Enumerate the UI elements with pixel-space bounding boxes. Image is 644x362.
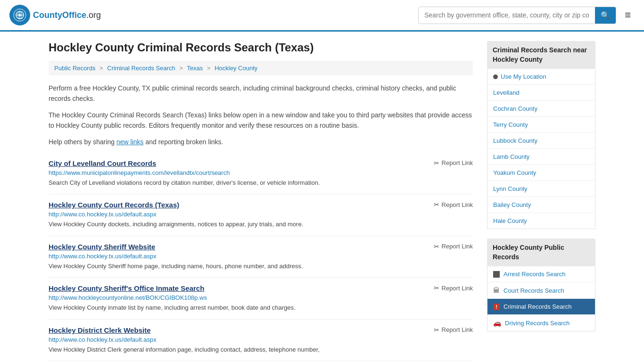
sidebar-item-levelland[interactable]: Levelland (487, 85, 595, 101)
record-url[interactable]: http://www.hockleycountyonline.net/BOK/C… (49, 294, 473, 301)
breadcrumb: Public Records > Criminal Records Search… (49, 61, 473, 75)
record-header: City of Levelland Court Records ✂ Report… (49, 159, 473, 167)
court-records-link[interactable]: Court Records Search (504, 287, 564, 294)
sidebar-item-use-location[interactable]: Use My Location (487, 69, 595, 85)
report-link[interactable]: ✂ Report Link (434, 159, 473, 167)
exclamation-icon: ! (493, 304, 500, 310)
search-button[interactable]: 🔍 (595, 7, 616, 24)
sidebar-public-records-section: Hockley County Public Records Arrest Rec… (487, 239, 595, 331)
sidebar-item-court-records[interactable]: 🏛 Court Records Search (487, 282, 595, 299)
report-icon: ✂ (434, 201, 439, 208)
record-header: Hockley District Clerk Website ✂ Report … (49, 326, 473, 334)
report-icon: ✂ (434, 326, 439, 334)
sidebar-nearby-heading: Criminal Records Search near Hockley Cou… (487, 41, 595, 69)
search-icon: 🔍 (601, 11, 610, 19)
sidebar-item-hale[interactable]: Hale County (487, 213, 595, 229)
logo[interactable]: CountyOffice.org (9, 5, 101, 25)
record-title[interactable]: City of Levelland Court Records (49, 159, 156, 167)
breadcrumb-link-hockley[interactable]: Hockley County (215, 65, 257, 72)
logo-icon (9, 5, 30, 25)
record-header: Hockley County Sheriff Website ✂ Report … (49, 243, 473, 251)
desc-prefix: Help others by sharing (49, 138, 116, 146)
record-url[interactable]: https://www.municipalonlinepayments.com/… (49, 169, 473, 176)
bailey-link[interactable]: Bailey County (493, 201, 531, 208)
desc-suffix: and reporting broken links. (144, 138, 223, 146)
record-url[interactable]: http://www.co.hockley.tx.us/default.aspx (49, 336, 473, 343)
new-links-link[interactable]: new links (116, 138, 144, 146)
sidebar-public-records-heading: Hockley County Public Records (487, 239, 595, 266)
sidebar-item-driving-records[interactable]: 🚗 Driving Records Search (487, 315, 595, 331)
record-item: Hockley County Sheriff Website ✂ Report … (49, 236, 473, 278)
sidebar-item-cochran[interactable]: Cochran County (487, 101, 595, 117)
sidebar-item-lubbock[interactable]: Lubbock County (487, 133, 595, 149)
logo-text: CountyOffice.org (33, 10, 101, 20)
location-dot-icon (493, 74, 498, 79)
driving-records-link[interactable]: Driving Records Search (505, 320, 570, 327)
car-icon: 🚗 (493, 319, 501, 327)
breadcrumb-sep-2: > (179, 65, 183, 72)
report-link[interactable]: ✂ Report Link (434, 201, 473, 208)
site-header: CountyOffice.org 🔍 ≡ (0, 0, 644, 32)
yoakum-link[interactable]: Yoakum County (493, 169, 536, 176)
record-url[interactable]: http://www.co.hockley.tx.us/default.aspx (49, 211, 473, 218)
report-link[interactable]: ✂ Report Link (434, 326, 473, 334)
lubbock-link[interactable]: Lubbock County (493, 137, 537, 144)
lynn-link[interactable]: Lynn County (493, 185, 528, 192)
arrest-records-link[interactable]: Arrest Records Search (504, 271, 566, 278)
record-item: Hockley County Court Records (Texas) ✂ R… (49, 194, 473, 236)
description-para3: Help others by sharing new links and rep… (49, 137, 473, 147)
sidebar-item-lamb[interactable]: Lamb County (487, 149, 595, 165)
record-title[interactable]: Hockley County Sheriff Website (49, 243, 155, 251)
sidebar-item-arrest-records[interactable]: Arrest Records Search (487, 266, 595, 282)
report-label: Report Link (442, 159, 473, 166)
report-label: Report Link (442, 285, 473, 292)
hale-link[interactable]: Hale County (493, 217, 527, 224)
menu-button[interactable]: ≡ (621, 7, 635, 23)
record-header: Hockley County Sheriff's Office Inmate S… (49, 284, 473, 292)
sidebar-item-terry[interactable]: Terry County (487, 117, 595, 133)
breadcrumb-link-public-records[interactable]: Public Records (54, 65, 95, 72)
sidebar-item-bailey[interactable]: Bailey County (487, 197, 595, 213)
main-container: Hockley County Criminal Records Search (… (39, 32, 605, 362)
breadcrumb-sep-1: > (99, 65, 103, 72)
square-icon (493, 271, 500, 278)
record-item: City of Levelland Court Records ✂ Report… (49, 153, 473, 195)
records-list: City of Levelland Court Records ✂ Report… (49, 153, 473, 362)
record-title[interactable]: Hockley County Sheriff's Office Inmate S… (49, 284, 204, 292)
sidebar-nearby-section: Criminal Records Search near Hockley Cou… (487, 41, 595, 229)
report-link[interactable]: ✂ Report Link (434, 243, 473, 250)
report-icon: ✂ (434, 159, 439, 167)
record-desc: View Hockley County inmate list by name,… (49, 303, 473, 313)
record-item: Hockley County Sheriff's Office Inmate S… (49, 278, 473, 320)
sidebar-item-lynn[interactable]: Lynn County (487, 181, 595, 197)
record-url[interactable]: http://www.co.hockley.tx.us/default.aspx (49, 253, 473, 260)
report-icon: ✂ (434, 284, 439, 292)
report-label: Report Link (442, 326, 473, 333)
description-para1: Perform a free Hockley County, TX public… (49, 83, 473, 104)
search-input[interactable] (419, 8, 595, 23)
breadcrumb-link-criminal-records[interactable]: Criminal Records Search (107, 65, 175, 72)
description-para2: The Hockley County Criminal Records Sear… (49, 110, 473, 131)
sidebar-item-criminal-records[interactable]: ! Criminal Records Search (487, 299, 595, 315)
terry-link[interactable]: Terry County (493, 121, 528, 128)
search-bar: 🔍 (418, 7, 616, 24)
content-area: Hockley County Criminal Records Search (… (49, 41, 473, 361)
record-title[interactable]: Hockley County Court Records (Texas) (49, 201, 179, 209)
cochran-link[interactable]: Cochran County (493, 105, 537, 112)
lamb-link[interactable]: Lamb County (493, 153, 529, 160)
building-icon: 🏛 (493, 287, 500, 294)
sidebar-item-yoakum[interactable]: Yoakum County (487, 165, 595, 181)
use-my-location-link[interactable]: Use My Location (501, 73, 546, 80)
breadcrumb-sep-3: > (207, 65, 211, 72)
record-title[interactable]: Hockley District Clerk Website (49, 326, 150, 334)
header-right: 🔍 ≡ (418, 7, 635, 24)
sidebar-nearby-list: Use My Location Levelland Cochran County… (487, 69, 595, 229)
levelland-link[interactable]: Levelland (493, 89, 520, 96)
criminal-records-label: Criminal Records Search (504, 303, 572, 310)
breadcrumb-link-texas[interactable]: Texas (187, 65, 203, 72)
record-desc: View Hockley County dockets, including a… (49, 220, 473, 229)
report-link[interactable]: ✂ Report Link (434, 284, 473, 292)
report-icon: ✂ (434, 243, 439, 250)
record-desc: View Hockley County Sheriff home page, i… (49, 262, 473, 271)
record-item: Hockley District Clerk Website ✂ Report … (49, 320, 473, 362)
